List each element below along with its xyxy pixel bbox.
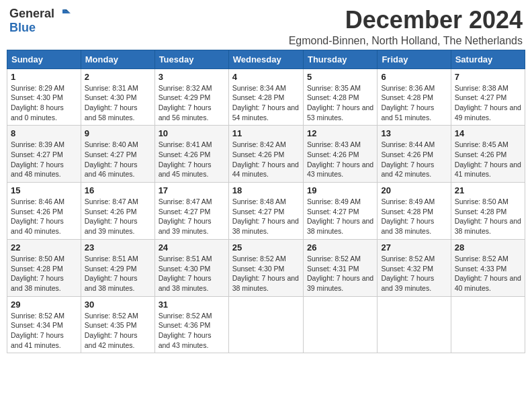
calendar-cell: 30 Sunrise: 8:52 AM Sunset: 4:35 PM Dayl… bbox=[81, 296, 154, 353]
day-info: Sunrise: 8:43 AM Sunset: 4:26 PM Dayligh… bbox=[307, 140, 373, 179]
day-info: Sunrise: 8:52 AM Sunset: 4:34 PM Dayligh… bbox=[11, 311, 77, 351]
day-header-friday: Friday bbox=[378, 50, 451, 68]
day-number: 30 bbox=[85, 300, 151, 310]
day-number: 2 bbox=[85, 72, 151, 82]
day-number: 16 bbox=[85, 185, 151, 195]
calendar-cell: 25 Sunrise: 8:52 AM Sunset: 4:30 PM Dayl… bbox=[228, 239, 303, 296]
day-number: 29 bbox=[11, 300, 77, 310]
day-number: 25 bbox=[232, 242, 300, 253]
day-number: 7 bbox=[455, 72, 521, 82]
day-info: Sunrise: 8:38 AM Sunset: 4:27 PM Dayligh… bbox=[455, 83, 521, 123]
calendar-cell: 19 Sunrise: 8:49 AM Sunset: 4:27 PM Dayl… bbox=[303, 183, 377, 240]
calendar-cell: 17 Sunrise: 8:47 AM Sunset: 4:27 PM Dayl… bbox=[154, 183, 228, 240]
day-number: 5 bbox=[307, 72, 373, 82]
calendar-cell: 15 Sunrise: 8:46 AM Sunset: 4:26 PM Dayl… bbox=[7, 183, 81, 240]
day-info: Sunrise: 8:52 AM Sunset: 4:35 PM Dayligh… bbox=[85, 311, 151, 351]
calendar-week-1: 1 Sunrise: 8:29 AM Sunset: 4:30 PM Dayli… bbox=[7, 68, 525, 126]
calendar-cell: 7 Sunrise: 8:38 AM Sunset: 4:27 PM Dayli… bbox=[451, 68, 525, 126]
day-info: Sunrise: 8:48 AM Sunset: 4:27 PM Dayligh… bbox=[232, 197, 300, 236]
calendar-table: SundayMondayTuesdayWednesdayThursdayFrid… bbox=[7, 50, 525, 354]
day-info: Sunrise: 8:49 AM Sunset: 4:27 PM Dayligh… bbox=[307, 197, 373, 236]
calendar-cell: 26 Sunrise: 8:52 AM Sunset: 4:31 PM Dayl… bbox=[303, 239, 377, 296]
day-header-monday: Monday bbox=[81, 50, 154, 68]
calendar-cell: 21 Sunrise: 8:50 AM Sunset: 4:28 PM Dayl… bbox=[451, 183, 525, 240]
day-info: Sunrise: 8:52 AM Sunset: 4:32 PM Dayligh… bbox=[381, 254, 447, 293]
logo-bird-icon bbox=[56, 7, 71, 21]
day-info: Sunrise: 8:52 AM Sunset: 4:30 PM Dayligh… bbox=[232, 254, 300, 293]
day-number: 23 bbox=[85, 242, 151, 253]
day-number: 28 bbox=[455, 242, 521, 253]
day-number: 1 bbox=[11, 72, 77, 82]
page-header: General Blue December 2024 Egmond-Binnen… bbox=[7, 7, 525, 47]
day-number: 22 bbox=[11, 242, 77, 253]
day-info: Sunrise: 8:50 AM Sunset: 4:28 PM Dayligh… bbox=[455, 197, 521, 236]
calendar-cell bbox=[451, 296, 525, 353]
day-header-tuesday: Tuesday bbox=[154, 50, 228, 68]
day-header-sunday: Sunday bbox=[7, 50, 81, 68]
calendar-cell: 6 Sunrise: 8:36 AM Sunset: 4:28 PM Dayli… bbox=[378, 68, 451, 126]
day-info: Sunrise: 8:35 AM Sunset: 4:28 PM Dayligh… bbox=[307, 83, 373, 123]
day-number: 17 bbox=[159, 185, 225, 195]
day-number: 15 bbox=[11, 185, 77, 195]
calendar-cell: 29 Sunrise: 8:52 AM Sunset: 4:34 PM Dayl… bbox=[7, 296, 81, 353]
calendar-cell: 9 Sunrise: 8:40 AM Sunset: 4:27 PM Dayli… bbox=[81, 126, 154, 183]
day-number: 6 bbox=[381, 72, 447, 82]
day-info: Sunrise: 8:46 AM Sunset: 4:26 PM Dayligh… bbox=[11, 197, 77, 236]
subtitle: Egmond-Binnen, North Holland, The Nether… bbox=[289, 35, 523, 47]
day-number: 8 bbox=[11, 128, 77, 138]
day-info: Sunrise: 8:42 AM Sunset: 4:26 PM Dayligh… bbox=[232, 140, 300, 179]
day-number: 11 bbox=[232, 128, 300, 138]
day-info: Sunrise: 8:52 AM Sunset: 4:33 PM Dayligh… bbox=[455, 254, 521, 293]
calendar-cell: 31 Sunrise: 8:52 AM Sunset: 4:36 PM Dayl… bbox=[154, 296, 228, 353]
calendar-cell: 5 Sunrise: 8:35 AM Sunset: 4:28 PM Dayli… bbox=[303, 68, 377, 126]
title-section: December 2024 Egmond-Binnen, North Holla… bbox=[289, 7, 523, 47]
calendar-header-row: SundayMondayTuesdayWednesdayThursdayFrid… bbox=[7, 50, 525, 68]
day-info: Sunrise: 8:44 AM Sunset: 4:26 PM Dayligh… bbox=[381, 140, 447, 179]
calendar-week-3: 15 Sunrise: 8:46 AM Sunset: 4:26 PM Dayl… bbox=[7, 183, 525, 240]
day-number: 21 bbox=[455, 185, 521, 195]
day-number: 9 bbox=[85, 128, 151, 138]
calendar-cell: 10 Sunrise: 8:41 AM Sunset: 4:26 PM Dayl… bbox=[154, 126, 228, 183]
calendar-cell: 8 Sunrise: 8:39 AM Sunset: 4:27 PM Dayli… bbox=[7, 126, 81, 183]
calendar-cell: 16 Sunrise: 8:47 AM Sunset: 4:26 PM Dayl… bbox=[81, 183, 154, 240]
day-header-saturday: Saturday bbox=[451, 50, 525, 68]
calendar-cell: 12 Sunrise: 8:43 AM Sunset: 4:26 PM Dayl… bbox=[303, 126, 377, 183]
day-info: Sunrise: 8:36 AM Sunset: 4:28 PM Dayligh… bbox=[381, 83, 447, 123]
day-info: Sunrise: 8:51 AM Sunset: 4:30 PM Dayligh… bbox=[159, 254, 225, 293]
calendar-cell: 27 Sunrise: 8:52 AM Sunset: 4:32 PM Dayl… bbox=[378, 239, 451, 296]
day-info: Sunrise: 8:29 AM Sunset: 4:30 PM Dayligh… bbox=[11, 83, 77, 123]
day-header-thursday: Thursday bbox=[303, 50, 377, 68]
day-number: 24 bbox=[159, 242, 225, 253]
calendar-cell: 13 Sunrise: 8:44 AM Sunset: 4:26 PM Dayl… bbox=[378, 126, 451, 183]
calendar-week-2: 8 Sunrise: 8:39 AM Sunset: 4:27 PM Dayli… bbox=[7, 126, 525, 183]
day-number: 12 bbox=[307, 128, 373, 138]
logo-general-text: General bbox=[9, 7, 54, 21]
calendar-cell: 28 Sunrise: 8:52 AM Sunset: 4:33 PM Dayl… bbox=[451, 239, 525, 296]
day-info: Sunrise: 8:52 AM Sunset: 4:36 PM Dayligh… bbox=[159, 311, 225, 351]
day-number: 26 bbox=[307, 242, 373, 253]
day-header-wednesday: Wednesday bbox=[228, 50, 303, 68]
day-number: 14 bbox=[455, 128, 521, 138]
calendar-cell: 4 Sunrise: 8:34 AM Sunset: 4:28 PM Dayli… bbox=[228, 68, 303, 126]
calendar-week-5: 29 Sunrise: 8:52 AM Sunset: 4:34 PM Dayl… bbox=[7, 296, 525, 353]
calendar-cell: 11 Sunrise: 8:42 AM Sunset: 4:26 PM Dayl… bbox=[228, 126, 303, 183]
day-info: Sunrise: 8:47 AM Sunset: 4:27 PM Dayligh… bbox=[159, 197, 225, 236]
logo-blue-text: Blue bbox=[9, 21, 36, 35]
calendar-cell: 24 Sunrise: 8:51 AM Sunset: 4:30 PM Dayl… bbox=[154, 239, 228, 296]
day-info: Sunrise: 8:31 AM Sunset: 4:30 PM Dayligh… bbox=[85, 83, 151, 123]
calendar-cell bbox=[228, 296, 303, 353]
day-info: Sunrise: 8:45 AM Sunset: 4:26 PM Dayligh… bbox=[455, 140, 521, 179]
day-info: Sunrise: 8:41 AM Sunset: 4:26 PM Dayligh… bbox=[159, 140, 225, 179]
calendar-cell: 23 Sunrise: 8:51 AM Sunset: 4:29 PM Dayl… bbox=[81, 239, 154, 296]
calendar-cell bbox=[378, 296, 451, 353]
month-title: December 2024 bbox=[289, 7, 523, 34]
calendar-cell: 18 Sunrise: 8:48 AM Sunset: 4:27 PM Dayl… bbox=[228, 183, 303, 240]
calendar-cell: 2 Sunrise: 8:31 AM Sunset: 4:30 PM Dayli… bbox=[81, 68, 154, 126]
calendar-cell: 1 Sunrise: 8:29 AM Sunset: 4:30 PM Dayli… bbox=[7, 68, 81, 126]
day-info: Sunrise: 8:49 AM Sunset: 4:28 PM Dayligh… bbox=[381, 197, 447, 236]
day-info: Sunrise: 8:39 AM Sunset: 4:27 PM Dayligh… bbox=[11, 140, 77, 179]
day-number: 4 bbox=[232, 72, 300, 82]
day-number: 13 bbox=[381, 128, 447, 138]
day-number: 27 bbox=[381, 242, 447, 253]
day-info: Sunrise: 8:47 AM Sunset: 4:26 PM Dayligh… bbox=[85, 197, 151, 236]
